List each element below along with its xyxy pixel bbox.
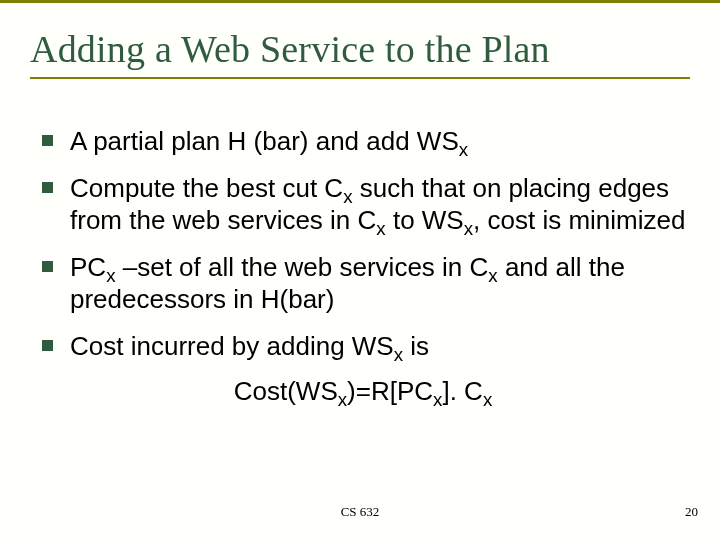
bullet-text: is	[403, 331, 429, 361]
slide-body: A partial plan H (bar) and add WSx Compu…	[30, 125, 690, 407]
bullet-text: A partial plan H (bar) and add WS	[70, 126, 459, 156]
slide: Adding a Web Service to the Plan A parti…	[0, 0, 720, 540]
bullet-text: –set of all the web services in C	[115, 252, 488, 282]
subscript: x	[338, 389, 347, 410]
footer-page-number: 20	[685, 504, 698, 520]
subscript: x	[343, 186, 352, 207]
subscript: x	[459, 139, 468, 160]
bullet-text: , cost is minimized	[473, 205, 685, 235]
subscript: x	[464, 218, 473, 239]
subscript: x	[488, 265, 497, 286]
slide-title: Adding a Web Service to the Plan	[30, 27, 690, 71]
title-underline	[30, 77, 690, 79]
bullet-list: A partial plan H (bar) and add WSx Compu…	[36, 125, 690, 362]
bullet-item: PCx –set of all the web services in Cx a…	[36, 251, 690, 316]
cost-formula: Cost(WSx)=R[PCx]. Cx	[36, 376, 690, 407]
bullet-text: Compute the best cut C	[70, 173, 343, 203]
formula-text: )=R[PC	[347, 376, 433, 406]
bullet-text: PC	[70, 252, 106, 282]
bullet-item: Cost incurred by adding WSx is	[36, 330, 690, 363]
subscript: x	[394, 344, 403, 365]
formula-text: ]. C	[442, 376, 482, 406]
bullet-item: A partial plan H (bar) and add WSx	[36, 125, 690, 158]
formula-text: Cost(WS	[234, 376, 338, 406]
bullet-text: to WS	[386, 205, 464, 235]
subscript: x	[376, 218, 385, 239]
subscript: x	[483, 389, 492, 410]
footer-course: CS 632	[0, 504, 720, 520]
bullet-text: Cost incurred by adding WS	[70, 331, 394, 361]
bullet-item: Compute the best cut Cx such that on pla…	[36, 172, 690, 237]
